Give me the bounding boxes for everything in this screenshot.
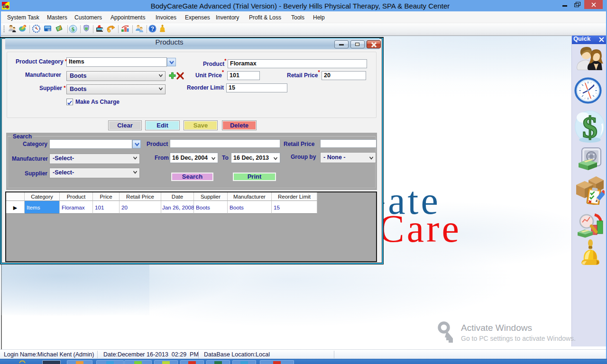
svg-text:$: $ [582, 110, 598, 143]
svg-text:?: ? [151, 26, 154, 32]
svg-text:$: $ [72, 26, 75, 33]
